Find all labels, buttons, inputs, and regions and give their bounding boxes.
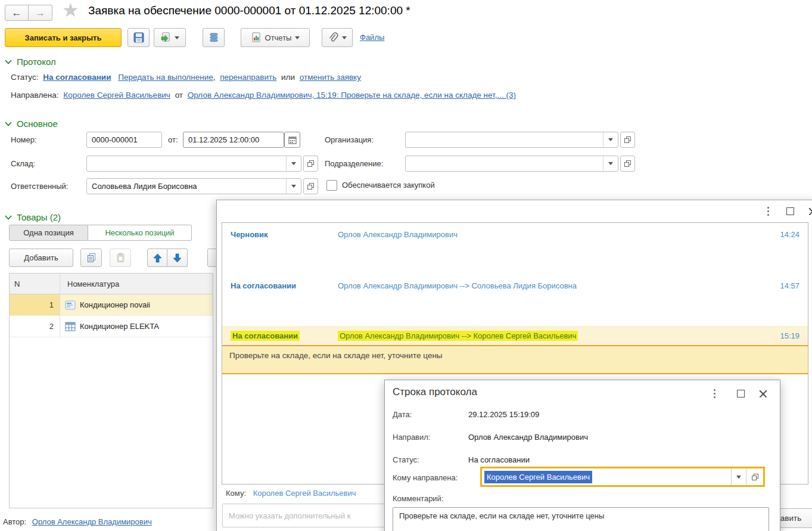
- back-button[interactable]: ←: [5, 5, 29, 21]
- list-item-selected[interactable]: На согласовании Орлов Александр Владимир…: [222, 326, 808, 345]
- calendar-button[interactable]: [284, 132, 300, 148]
- entry-time: 14:24: [780, 230, 799, 239]
- organization-open-button[interactable]: [620, 132, 635, 148]
- window-menu-icon[interactable]: [767, 207, 769, 216]
- responsible-field[interactable]: Соловьева Лидия Борисовна: [86, 178, 301, 194]
- purchase-checkbox[interactable]: [326, 180, 337, 191]
- dialog-to-dropdown-button[interactable]: [731, 468, 746, 485]
- dropdown-caret-icon: [608, 138, 613, 141]
- responsible-open-button[interactable]: [303, 178, 318, 194]
- main-section-header[interactable]: Основное: [5, 119, 58, 129]
- number-label: Номер:: [11, 135, 37, 144]
- date-label: от:: [168, 135, 178, 144]
- directed-from-link[interactable]: Орлов Александр Владимирович, 15:19: Про…: [188, 91, 516, 100]
- dialog-to-value-selected: Королев Сергей Васильевич: [484, 471, 592, 483]
- dialog-sender-label: Направил:: [393, 433, 430, 442]
- responsible-dropdown-button[interactable]: [286, 179, 301, 194]
- directed-label: Направлена:: [11, 91, 59, 100]
- warehouse-open-button[interactable]: [303, 156, 318, 172]
- or-text: или: [281, 73, 295, 82]
- tab-many-positions[interactable]: Несколько позиций: [88, 225, 192, 241]
- open-form-icon: [751, 473, 759, 481]
- entry-time: 15:19: [780, 331, 799, 340]
- move-down-button[interactable]: [167, 249, 188, 267]
- create-based-on-button[interactable]: [154, 28, 186, 47]
- files-link[interactable]: Файлы: [360, 33, 384, 42]
- protocol-section-label: Протокол: [17, 57, 56, 67]
- page-title: Заявка на обеспечение 0000-000001 от 01.…: [88, 4, 410, 17]
- warehouse-value: [87, 156, 286, 171]
- organization-field[interactable]: [405, 132, 618, 148]
- status-label: Статус:: [11, 73, 38, 82]
- warehouse-dropdown-button[interactable]: [286, 156, 301, 171]
- organization-label: Организация:: [325, 135, 374, 144]
- paperclip-icon: [328, 32, 338, 43]
- table-row[interactable]: 2 Кондиционер ELEKTA: [10, 316, 213, 337]
- organization-value: [406, 132, 603, 147]
- entry-route: Орлов Александр Владимирович --> Королев…: [338, 331, 578, 341]
- calendar-icon: [288, 136, 297, 144]
- entry-status: На согласовании: [231, 331, 300, 341]
- division-open-button[interactable]: [620, 156, 635, 172]
- reports-button[interactable]: Отчеты: [241, 28, 310, 47]
- author-label: Автор:: [3, 517, 26, 526]
- division-dropdown-button[interactable]: [603, 156, 618, 171]
- window-maximize-icon[interactable]: [786, 207, 794, 215]
- table-row[interactable]: 1 Кондиционер novaii: [10, 294, 213, 316]
- directed-to-link[interactable]: Королев Сергей Васильевич: [63, 91, 170, 100]
- forward-button[interactable]: →: [29, 5, 52, 21]
- dialog-maximize-icon[interactable]: [737, 390, 745, 398]
- tab-one-position[interactable]: Одна позиция: [9, 225, 88, 241]
- responsible-value: Соловьева Лидия Борисовна: [87, 179, 286, 194]
- dialog-to-open-button[interactable]: [746, 468, 763, 485]
- floppy-disk-icon: [133, 32, 144, 43]
- protocol-section-header[interactable]: Протокол: [5, 57, 56, 67]
- dialog-comment-textarea[interactable]: Проверьте на складе, если на складе нет,…: [393, 507, 769, 531]
- protocol-line-dialog: Строка протокола Дата: 29.12.2025 15:19:…: [384, 380, 780, 531]
- paste-icon: [116, 253, 126, 263]
- send-to-execution-link[interactable]: Передать на выполнение: [118, 73, 213, 82]
- division-label: Подразделение:: [325, 159, 383, 168]
- redirect-link[interactable]: перенаправить: [220, 73, 276, 82]
- purchase-checkbox-label: Обеспечивается закупкой: [342, 181, 435, 190]
- directed-line: Направлена: Королев Сергей Васильевич от…: [11, 91, 516, 100]
- author-link[interactable]: Орлов Александр Владимирович: [32, 517, 152, 526]
- favorite-star-icon[interactable]: ★: [62, 0, 79, 21]
- dialog-date-label: Дата:: [393, 410, 412, 419]
- date-value: 01.12.2025 12:00:00: [183, 132, 284, 147]
- goods-table[interactable]: N Номенклатура 1 Кондиционер novaii 2 Ко…: [9, 273, 213, 508]
- dialog-menu-icon[interactable]: [714, 389, 715, 398]
- move-up-button[interactable]: [147, 249, 167, 267]
- dialog-close-icon[interactable]: [759, 390, 767, 398]
- save-button[interactable]: [127, 28, 150, 47]
- window-close-icon[interactable]: [808, 207, 812, 216]
- cancel-request-link[interactable]: отменить заявку: [300, 73, 361, 82]
- warehouse-field[interactable]: [86, 156, 301, 172]
- column-header-n[interactable]: N: [10, 274, 60, 294]
- list-item[interactable]: Черновик Орлов Александр Владимирович 14…: [222, 223, 808, 274]
- date-field[interactable]: 01.12.2025 12:00:00: [183, 132, 284, 148]
- main-section-label: Основное: [17, 119, 58, 129]
- document-based-on-icon: [160, 32, 171, 43]
- list-item[interactable]: На согласовании Орлов Александр Владимир…: [222, 274, 808, 326]
- status-value-link[interactable]: На согласовании: [43, 73, 111, 82]
- add-row-button[interactable]: Добавить: [9, 249, 73, 267]
- register-records-button[interactable]: [203, 28, 225, 47]
- komu-value-link[interactable]: Королев Сергей Васильевич: [253, 489, 356, 498]
- dialog-to-field[interactable]: Королев Сергей Васильевич: [480, 467, 765, 487]
- copy-row-button[interactable]: [80, 249, 102, 267]
- open-form-icon: [307, 182, 315, 190]
- attachments-button[interactable]: [322, 28, 353, 47]
- organization-dropdown-button[interactable]: [603, 132, 618, 147]
- paste-row-button[interactable]: [110, 249, 131, 267]
- dropdown-caret-icon: [736, 476, 741, 479]
- goods-section-label: Товары (2): [17, 212, 61, 222]
- save-close-button[interactable]: Записать и закрыть: [5, 28, 122, 47]
- dropdown-caret-icon: [295, 36, 300, 39]
- division-field[interactable]: [405, 156, 618, 172]
- number-field[interactable]: 0000-000001: [86, 132, 162, 148]
- goods-section-header[interactable]: Товары (2): [5, 212, 61, 222]
- komu-line: Кому: Королев Сергей Васильевич: [226, 489, 356, 498]
- arrow-up-icon: [153, 253, 162, 263]
- column-header-nomenclature[interactable]: Номенклатура: [60, 280, 119, 288]
